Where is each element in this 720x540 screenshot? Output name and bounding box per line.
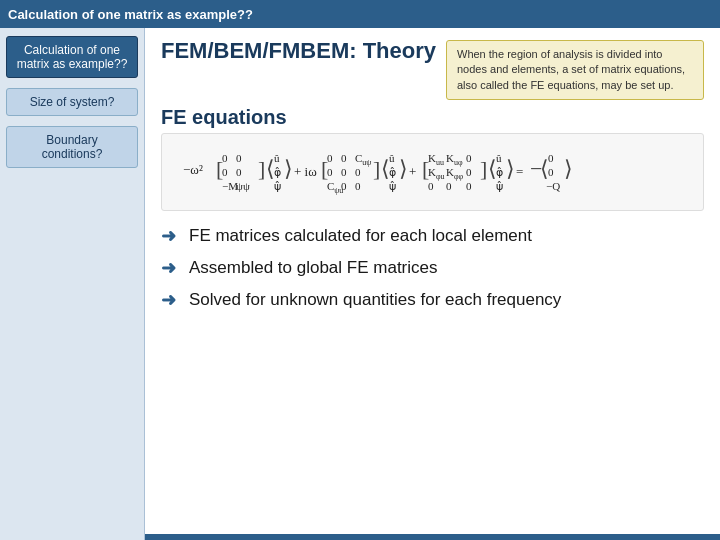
svg-text:0: 0 [341,180,347,192]
svg-text:0: 0 [548,166,554,178]
svg-text:−ω²: −ω² [183,162,203,177]
arrow-icon-0: ➜ [161,225,181,247]
svg-text:Cuψ: Cuψ [355,152,371,167]
header-title: Calculation of one matrix as example?? [8,7,253,22]
callout-box: When the region of analysis is divided i… [446,40,704,100]
svg-text:0: 0 [466,180,472,192]
svg-text:0: 0 [548,152,554,164]
svg-text:0: 0 [236,152,242,164]
svg-text:]: ] [373,156,380,181]
bullet-item-1: ➜ Assembled to global FE matrices [161,257,704,279]
svg-text:⟩: ⟩ [284,156,293,181]
svg-text:0: 0 [466,166,472,178]
bullet-text-1: Assembled to global FE matrices [189,258,438,278]
main-title: FEM/BEM/FMBEM: Theory [161,38,436,64]
arrow-icon-1: ➜ [161,257,181,279]
bullet-item-0: ➜ FE matrices calculated for each local … [161,225,704,247]
callout-text: When the region of analysis is divided i… [457,48,685,91]
svg-text:−Q: −Q [546,180,560,192]
svg-text:]: ] [480,156,487,181]
bottom-bar [145,534,720,540]
svg-text:=: = [516,164,523,179]
fe-equations-label: FE equations [161,106,704,129]
sidebar: Calculation of one matrix as example?? S… [0,28,145,540]
svg-text:φ̂: φ̂ [496,166,503,178]
sidebar-item-1[interactable]: Size of system? [6,88,138,116]
sidebar-item-0[interactable]: Calculation of one matrix as example?? [6,36,138,78]
svg-text:ψψ: ψψ [236,180,250,192]
svg-text:0: 0 [428,180,434,192]
svg-text:+ iω: + iω [294,164,317,179]
svg-text:0: 0 [236,166,242,178]
svg-text:0: 0 [327,152,333,164]
bullet-text-0: FE matrices calculated for each local el… [189,226,532,246]
svg-text:ψ̂: ψ̂ [496,180,503,192]
main-content: FEM/BEM/FMBEM: Theory When the region of… [145,28,720,540]
svg-text:0: 0 [222,152,228,164]
svg-text:φ̂: φ̂ [274,166,281,178]
svg-text:Kφφ: Kφφ [446,166,464,181]
svg-text:Kuu: Kuu [428,152,444,167]
bullet-item-2: ➜ Solved for unknown quantities for each… [161,289,704,311]
svg-text:Kuφ: Kuφ [446,152,463,167]
arrow-icon-2: ➜ [161,289,181,311]
svg-text:û: û [389,152,395,164]
svg-text:0: 0 [446,180,452,192]
header-bar: Calculation of one matrix as example?? [0,0,720,28]
svg-text:ψ̂: ψ̂ [274,180,281,192]
sidebar-item-2[interactable]: Boundary conditions? [6,126,138,168]
svg-text:+: + [409,164,416,179]
svg-text:0: 0 [341,166,347,178]
svg-text:0: 0 [327,166,333,178]
svg-text:⟩: ⟩ [506,156,515,181]
matrix-area: −ω² [ 0 0 0 0 −M ψψ ] ⟨ û φ̂ ψ̂ ⟩ + iω [… [161,133,704,211]
title-row: FEM/BEM/FMBEM: Theory When the region of… [161,38,704,100]
svg-text:û: û [496,152,502,164]
svg-text:ψ̂: ψ̂ [389,180,396,192]
svg-text:0: 0 [466,152,472,164]
svg-text:0: 0 [222,166,228,178]
bullet-text-2: Solved for unknown quantities for each f… [189,290,561,310]
svg-text:⟩: ⟩ [399,156,408,181]
matrix-svg: −ω² [ 0 0 0 0 −M ψψ ] ⟨ û φ̂ ψ̂ ⟩ + iω [… [178,142,688,202]
svg-text:]: ] [258,156,265,181]
svg-text:φ̂: φ̂ [389,166,396,178]
bullet-section: ➜ FE matrices calculated for each local … [161,225,704,311]
svg-text:0: 0 [355,180,361,192]
svg-text:⟩: ⟩ [564,156,573,181]
svg-text:0: 0 [341,152,347,164]
svg-text:Kφu: Kφu [428,166,445,181]
svg-text:û: û [274,152,280,164]
svg-text:0: 0 [355,166,361,178]
